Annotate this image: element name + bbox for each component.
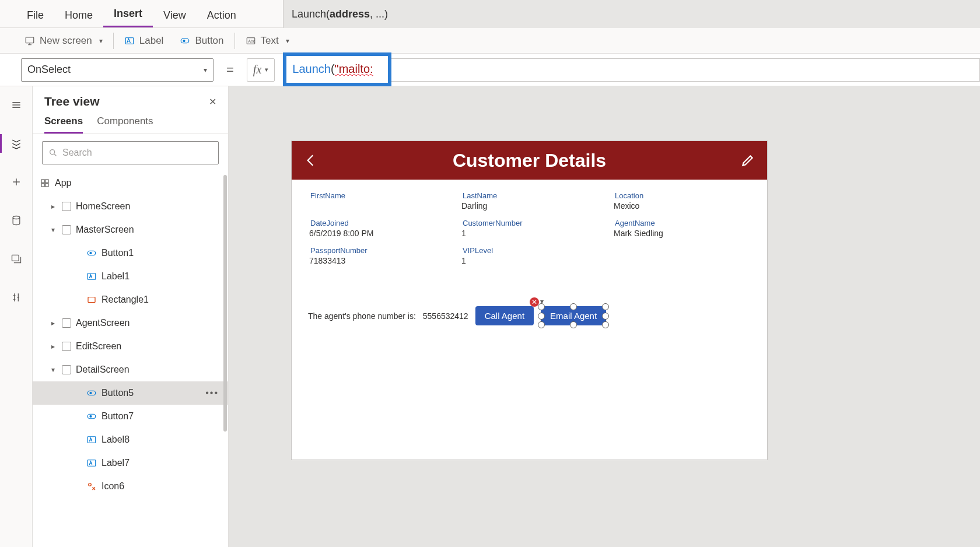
checkbox-icon[interactable] [62, 318, 71, 328]
chevron-right-icon[interactable]: ▸ [49, 342, 57, 350]
insert-button-button[interactable]: Button [180, 35, 223, 47]
tree-item-label8[interactable]: Label8 [33, 428, 228, 451]
tree-view-title: Tree view [44, 94, 100, 108]
tree-item-label: Label1 [102, 271, 130, 282]
insert-pane-icon[interactable] [5, 170, 28, 194]
resize-handle[interactable] [570, 321, 577, 328]
subtab-components[interactable]: Components [97, 115, 153, 134]
label-icon [86, 458, 97, 468]
checkbox-icon[interactable] [62, 225, 71, 234]
tree-item-button5[interactable]: Button5••• [33, 381, 228, 405]
search-icon [48, 148, 58, 157]
menu-tabs: File Home Insert View Action [0, 0, 247, 27]
field-value: 1 [460, 255, 598, 271]
menu-action[interactable]: Action [197, 2, 247, 27]
resize-handle[interactable] [570, 303, 577, 310]
field-value: Darling [460, 200, 598, 216]
tree-item-button7[interactable]: Button7 [33, 405, 228, 428]
media-icon[interactable] [5, 247, 28, 271]
fx-button[interactable]: fx ▾ [247, 58, 275, 82]
detail-body: FirstName LastNameDarling LocationMexico… [292, 180, 767, 325]
menu-home[interactable]: Home [54, 2, 103, 27]
selection-box[interactable]: ✕ ▾ [541, 306, 606, 325]
tree-item-master[interactable]: ▾MasterScreen [33, 218, 228, 241]
svg-rect-10 [46, 180, 48, 183]
resize-handle[interactable] [538, 303, 545, 310]
field-value: Mexico [612, 200, 751, 216]
agent-phone-value: 5556532412 [423, 311, 468, 321]
tree-item-rect1[interactable]: Rectangle1 [33, 288, 228, 311]
formula-input[interactable]: Launch("mailto: [283, 52, 391, 86]
subtab-screens[interactable]: Screens [44, 115, 83, 134]
tree-list[interactable]: App▸HomeScreen▾MasterScreenButton1Label1… [33, 171, 228, 547]
canvas-area[interactable]: Customer Details FirstName LastNameDarli… [229, 86, 980, 547]
menu-insert[interactable]: Insert [103, 1, 153, 27]
chevron-down-icon: ▾ [99, 37, 103, 45]
screen-icon [24, 36, 35, 46]
new-screen-button[interactable]: New screen ▾ [24, 35, 103, 47]
chevron-down-icon[interactable]: ▾ [49, 366, 57, 374]
label-icon [124, 36, 135, 46]
field-label: PassportNumber [308, 246, 446, 255]
screen-title: Customer Details [453, 150, 606, 171]
insert-text-button[interactable]: Abc Text ▾ [246, 35, 289, 47]
insert-label-button[interactable]: Label [124, 35, 164, 47]
tree-item-label: Button1 [102, 248, 134, 258]
intellisense-arg: address [330, 8, 370, 20]
ribbon: New screen ▾ Label Button Abc Text ▾ add… [0, 28, 980, 54]
property-name: OnSelect [27, 64, 71, 76]
back-icon[interactable] [303, 153, 318, 168]
tree-item-home[interactable]: ▸HomeScreen [33, 195, 228, 218]
tree-item-label: Label7 [102, 458, 130, 468]
call-agent-button[interactable]: Call Agent [475, 306, 534, 325]
edit-icon[interactable] [740, 153, 755, 168]
resize-handle[interactable] [538, 313, 545, 320]
chevron-down-icon[interactable]: ▾ [49, 226, 57, 234]
close-icon[interactable]: ✕ [209, 96, 216, 107]
chevron-down-icon: ▾ [286, 37, 289, 45]
tree-item-detail[interactable]: ▾DetailScreen [33, 358, 228, 381]
svg-rect-7 [12, 255, 19, 261]
chevron-right-icon[interactable]: ▸ [49, 319, 57, 327]
resize-handle[interactable] [538, 321, 545, 328]
resize-handle[interactable] [602, 321, 609, 328]
menu-file[interactable]: File [16, 2, 54, 27]
data-icon[interactable] [5, 209, 28, 232]
formula-input-rest[interactable] [391, 58, 980, 82]
tree-item-label: AgentScreen [76, 318, 130, 328]
scrollbar-thumb[interactable] [223, 175, 227, 432]
screen-header: Customer Details [292, 141, 767, 180]
intellisense-signature: Launch(address, ...) [283, 0, 980, 28]
tree-view-icon[interactable] [5, 132, 28, 155]
intellisense-rest: , ...) [370, 8, 388, 20]
tree-item-icon6[interactable]: Icon6 [33, 475, 228, 498]
menu-bar: File Home Insert View Action Launch(addr… [0, 0, 980, 28]
checkbox-icon[interactable] [62, 202, 71, 211]
hamburger-icon[interactable] [5, 93, 28, 117]
resize-handle[interactable] [602, 303, 609, 310]
tree-item-button1[interactable]: Button1 [33, 241, 228, 265]
tree-search-input[interactable]: Search [42, 141, 219, 164]
svg-point-18 [90, 392, 92, 394]
separator [235, 33, 235, 49]
tree-item-label1[interactable]: Label1 [33, 265, 228, 288]
tree-item-label7[interactable]: Label7 [33, 451, 228, 475]
svg-point-6 [13, 216, 20, 219]
property-selector[interactable]: OnSelect ▾ [21, 58, 214, 82]
resize-handle[interactable] [602, 313, 609, 320]
tree-item-edit[interactable]: ▸EditScreen [33, 335, 228, 358]
field-value: 71833413 [308, 255, 446, 271]
advanced-tools-icon[interactable] [5, 286, 28, 309]
svg-text:Abc: Abc [248, 39, 255, 43]
button-icon [86, 411, 97, 422]
menu-view[interactable]: View [153, 2, 197, 27]
svg-point-3 [183, 40, 185, 41]
field-value: Mark Siedling [612, 227, 751, 244]
field-label: CustomerNumber [460, 219, 598, 227]
tree-item-agent[interactable]: ▸AgentScreen [33, 311, 228, 335]
chevron-right-icon[interactable]: ▸ [49, 202, 57, 211]
checkbox-icon[interactable] [62, 342, 71, 351]
svg-rect-0 [26, 37, 34, 43]
checkbox-icon[interactable] [62, 365, 71, 374]
tree-item-app[interactable]: App [33, 171, 228, 195]
